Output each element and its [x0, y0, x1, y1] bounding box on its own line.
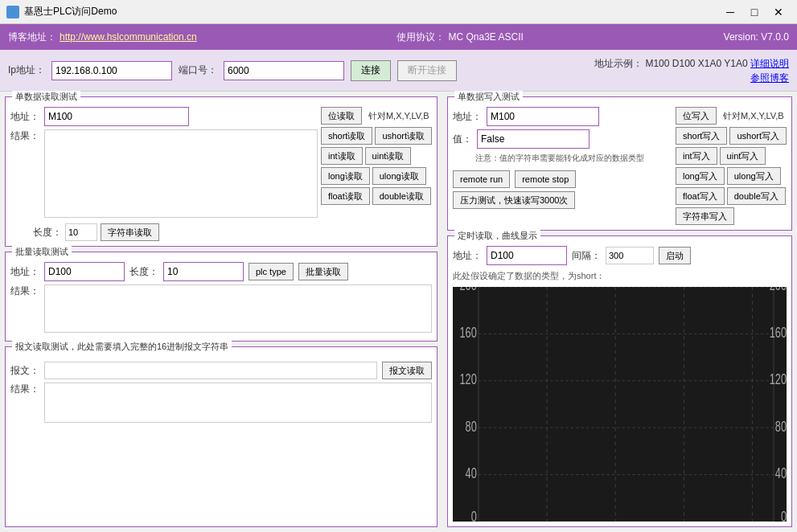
short-read-button[interactable]: short读取 [321, 127, 372, 145]
single-write-title: 单数据写入测试 [454, 91, 523, 103]
ulong-read-button[interactable]: ulong读取 [372, 167, 426, 185]
write-val-row: 值： [453, 129, 672, 149]
msg-input[interactable] [44, 362, 377, 379]
float-write-button[interactable]: float写入 [676, 187, 725, 205]
read-addr-input[interactable] [44, 107, 189, 126]
single-read-title: 单数据读取测试 [12, 91, 80, 103]
write-right: 位写入 针对M,X,Y,LV,B short写入 ushort写入 int写入 … [676, 107, 787, 225]
svg-text:200: 200 [460, 287, 477, 293]
bit-read-button[interactable]: 位读取 [321, 107, 362, 125]
bit-write-button[interactable]: 位写入 [676, 107, 717, 125]
timed-inner: 地址： 间隔： 启动 此处假设确定了数据的类型，为short： [453, 246, 787, 522]
svg-text:160: 160 [770, 325, 787, 340]
write-note: 注意：值的字符串需要能转化成对应的数据类型 [475, 153, 644, 162]
titlebar-controls: ─ □ ✕ [718, 3, 791, 21]
maximize-button[interactable]: □ [742, 3, 766, 21]
interval-input[interactable] [606, 247, 654, 264]
toolbar: Ip地址： 端口号： 连接 断开连接 地址示例： M100 D100 X1A0 … [0, 50, 797, 92]
addr-example: 地址示例： M100 D100 X1A0 Y1A0 详细说明 参照博客 [594, 56, 789, 85]
blog-ref-link[interactable]: 参照博客 [750, 72, 789, 84]
len-label: 长度： [33, 226, 62, 239]
msg-label: 报文： [10, 364, 39, 378]
port-input[interactable] [224, 61, 344, 80]
ushort-write-button[interactable]: ushort写入 [729, 127, 787, 145]
batch-len-input[interactable] [163, 262, 244, 281]
ulong-write-button[interactable]: ulong写入 [727, 167, 781, 185]
timed-read-title: 定时读取，曲线显示 [454, 230, 540, 242]
msg-top-row: 报文： 报文读取 [10, 362, 432, 379]
disconnect-button[interactable]: 断开连接 [397, 60, 457, 81]
blog-link[interactable]: http://www.hslcommunication.cn [60, 31, 197, 43]
msg-result-area[interactable] [44, 383, 432, 423]
result-row: 结果： [10, 129, 318, 220]
ushort-read-button[interactable]: ushort读取 [375, 127, 432, 145]
detail-link[interactable]: 详细说明 [750, 58, 789, 69]
svg-text:120: 120 [460, 371, 477, 387]
long-write-button[interactable]: long写入 [676, 167, 725, 185]
titlebar: 基恩士PLC访问Demo ─ □ ✕ [0, 0, 797, 24]
batch-read-button[interactable]: 批量读取 [298, 263, 348, 280]
write-float-row: float写入 double写入 [676, 187, 786, 205]
read-result-area[interactable] [44, 129, 318, 218]
write-val-input[interactable] [477, 129, 590, 149]
timed-top-row: 地址： 间隔： 启动 [453, 246, 787, 265]
write-addr-input[interactable] [487, 107, 599, 126]
protocol-section: 使用协议： MC Qna3E ASCII [396, 31, 523, 44]
blog-section: 博客地址： http://www.hslcommunication.cn [8, 31, 197, 44]
len-input[interactable] [65, 223, 97, 241]
int-read-button[interactable]: int读取 [321, 147, 363, 165]
long-row: long读取 ulong读取 [321, 167, 426, 185]
svg-text:0: 0 [781, 509, 787, 522]
batch-addr-input[interactable] [44, 262, 125, 281]
batch-result-area[interactable] [44, 284, 432, 333]
blog-label: 博客地址： [8, 31, 56, 44]
svg-text:80: 80 [466, 419, 477, 434]
plc-type-button[interactable]: plc type [249, 263, 294, 280]
pressure-test-button[interactable]: 压力测试，快速读写3000次 [453, 191, 575, 209]
write-long-row: long写入 ulong写入 [676, 167, 781, 185]
single-write-section: 单数据写入测试 地址： 值： 注意：值的字符串需要能转化成对应的数据类型 [447, 96, 792, 231]
write-short-row: short写入 ushort写入 [676, 127, 787, 145]
double-read-button[interactable]: double读取 [372, 187, 431, 205]
start-button[interactable]: 启动 [659, 247, 691, 264]
msg-result-row: 结果： [10, 383, 432, 423]
string-read-button[interactable]: 字符串读取 [101, 223, 159, 241]
batch-read-title: 批量读取测试 [12, 246, 72, 258]
ip-input[interactable] [51, 61, 172, 80]
remote-stop-button[interactable]: remote stop [515, 170, 576, 188]
uint-write-button[interactable]: uint写入 [720, 147, 766, 165]
minimize-button[interactable]: ─ [718, 3, 742, 21]
batch-len-label: 长度： [129, 265, 158, 279]
write-hint: 针对M,X,Y,LV,B [723, 110, 784, 122]
connect-button[interactable]: 连接 [351, 60, 391, 81]
short-row: short读取 ushort读取 [321, 127, 432, 145]
protocol-label: 使用协议： [396, 31, 445, 44]
single-read-section: 单数据读取测试 地址： 结果： 长度： [5, 96, 438, 247]
read-result-label: 结果： [10, 129, 39, 143]
float-read-button[interactable]: float读取 [321, 187, 370, 205]
read-hint: 针对M,X,Y,LV,B [368, 110, 429, 122]
single-read-left: 地址： 结果： 长度： 字符串读取 [10, 107, 318, 241]
string-write-button[interactable]: 字符串写入 [676, 207, 734, 225]
short-write-button[interactable]: short写入 [676, 127, 727, 145]
timed-addr-input[interactable] [487, 246, 567, 265]
uint-read-button[interactable]: uint读取 [365, 147, 412, 165]
batch-result-label: 结果： [10, 284, 39, 298]
float-row: float读取 double读取 [321, 187, 431, 205]
msg-result-label: 结果： [10, 383, 39, 396]
write-left: 地址： 值： 注意：值的字符串需要能转化成对应的数据类型 remote run … [453, 107, 672, 225]
app-title: 基恩士PLC访问Demo [24, 5, 117, 18]
close-button[interactable]: ✕ [766, 3, 791, 21]
len-row: 长度： 字符串读取 [10, 223, 318, 241]
double-write-button[interactable]: double写入 [727, 187, 786, 205]
port-label: 端口号： [179, 63, 217, 77]
long-read-button[interactable]: long读取 [321, 167, 370, 185]
int-write-button[interactable]: int写入 [676, 147, 717, 165]
chart-svg: 200 160 120 80 40 0 200 160 120 80 40 0 [453, 287, 787, 522]
batch-inner: 地址： 长度： plc type 批量读取 结果： [10, 262, 432, 336]
svg-text:40: 40 [775, 465, 787, 481]
svg-rect-0 [453, 287, 787, 522]
svg-text:200: 200 [770, 287, 787, 293]
remote-run-button[interactable]: remote run [453, 170, 510, 188]
msg-read-button[interactable]: 报文读取 [382, 362, 432, 379]
